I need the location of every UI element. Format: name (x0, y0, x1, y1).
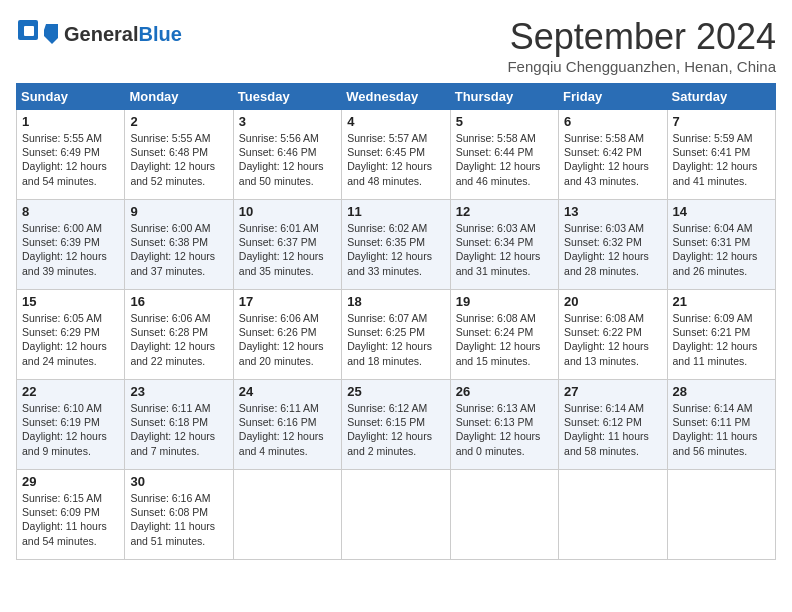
cell-info: Sunrise: 6:03 AMSunset: 6:32 PMDaylight:… (564, 221, 661, 278)
day-number: 25 (347, 384, 444, 399)
cell-info: Sunrise: 6:05 AMSunset: 6:29 PMDaylight:… (22, 311, 119, 368)
calendar-cell (450, 470, 558, 560)
day-number: 12 (456, 204, 553, 219)
day-number: 14 (673, 204, 770, 219)
calendar-cell: 25Sunrise: 6:12 AMSunset: 6:15 PMDayligh… (342, 380, 450, 470)
logo: GeneralBlue (16, 16, 182, 52)
day-number: 22 (22, 384, 119, 399)
calendar-cell: 2Sunrise: 5:55 AMSunset: 6:48 PMDaylight… (125, 110, 233, 200)
cell-info: Sunrise: 6:08 AMSunset: 6:24 PMDaylight:… (456, 311, 553, 368)
day-number: 29 (22, 474, 119, 489)
location: Fengqiu Chengguanzhen, Henan, China (507, 58, 776, 75)
day-number: 7 (673, 114, 770, 129)
week-row-1: 1Sunrise: 5:55 AMSunset: 6:49 PMDaylight… (17, 110, 776, 200)
cell-info: Sunrise: 6:11 AMSunset: 6:18 PMDaylight:… (130, 401, 227, 458)
week-row-4: 22Sunrise: 6:10 AMSunset: 6:19 PMDayligh… (17, 380, 776, 470)
cell-info: Sunrise: 6:13 AMSunset: 6:13 PMDaylight:… (456, 401, 553, 458)
cell-info: Sunrise: 6:14 AMSunset: 6:11 PMDaylight:… (673, 401, 770, 458)
week-row-2: 8Sunrise: 6:00 AMSunset: 6:39 PMDaylight… (17, 200, 776, 290)
cell-info: Sunrise: 6:03 AMSunset: 6:34 PMDaylight:… (456, 221, 553, 278)
calendar-cell: 6Sunrise: 5:58 AMSunset: 6:42 PMDaylight… (559, 110, 667, 200)
calendar-cell: 5Sunrise: 5:58 AMSunset: 6:44 PMDaylight… (450, 110, 558, 200)
day-number: 15 (22, 294, 119, 309)
cell-info: Sunrise: 6:10 AMSunset: 6:19 PMDaylight:… (22, 401, 119, 458)
calendar-cell: 20Sunrise: 6:08 AMSunset: 6:22 PMDayligh… (559, 290, 667, 380)
calendar-cell: 13Sunrise: 6:03 AMSunset: 6:32 PMDayligh… (559, 200, 667, 290)
col-header-thursday: Thursday (450, 84, 558, 110)
calendar-cell: 28Sunrise: 6:14 AMSunset: 6:11 PMDayligh… (667, 380, 775, 470)
week-row-3: 15Sunrise: 6:05 AMSunset: 6:29 PMDayligh… (17, 290, 776, 380)
calendar-cell: 26Sunrise: 6:13 AMSunset: 6:13 PMDayligh… (450, 380, 558, 470)
cell-info: Sunrise: 5:58 AMSunset: 6:42 PMDaylight:… (564, 131, 661, 188)
header-row: SundayMondayTuesdayWednesdayThursdayFrid… (17, 84, 776, 110)
cell-info: Sunrise: 5:55 AMSunset: 6:49 PMDaylight:… (22, 131, 119, 188)
calendar-cell (233, 470, 341, 560)
cell-info: Sunrise: 6:08 AMSunset: 6:22 PMDaylight:… (564, 311, 661, 368)
col-header-saturday: Saturday (667, 84, 775, 110)
cell-info: Sunrise: 6:06 AMSunset: 6:28 PMDaylight:… (130, 311, 227, 368)
calendar-cell: 29Sunrise: 6:15 AMSunset: 6:09 PMDayligh… (17, 470, 125, 560)
day-number: 30 (130, 474, 227, 489)
calendar-cell: 16Sunrise: 6:06 AMSunset: 6:28 PMDayligh… (125, 290, 233, 380)
day-number: 20 (564, 294, 661, 309)
calendar-cell: 18Sunrise: 6:07 AMSunset: 6:25 PMDayligh… (342, 290, 450, 380)
logo-general: General (64, 23, 138, 45)
day-number: 28 (673, 384, 770, 399)
calendar-cell: 3Sunrise: 5:56 AMSunset: 6:46 PMDaylight… (233, 110, 341, 200)
day-number: 9 (130, 204, 227, 219)
calendar-table: SundayMondayTuesdayWednesdayThursdayFrid… (16, 83, 776, 560)
calendar-cell: 10Sunrise: 6:01 AMSunset: 6:37 PMDayligh… (233, 200, 341, 290)
calendar-cell: 11Sunrise: 6:02 AMSunset: 6:35 PMDayligh… (342, 200, 450, 290)
cell-info: Sunrise: 6:02 AMSunset: 6:35 PMDaylight:… (347, 221, 444, 278)
cell-info: Sunrise: 5:59 AMSunset: 6:41 PMDaylight:… (673, 131, 770, 188)
col-header-tuesday: Tuesday (233, 84, 341, 110)
cell-info: Sunrise: 6:16 AMSunset: 6:08 PMDaylight:… (130, 491, 227, 548)
svg-marker-3 (44, 24, 58, 44)
calendar-cell: 21Sunrise: 6:09 AMSunset: 6:21 PMDayligh… (667, 290, 775, 380)
title-block: September 2024 Fengqiu Chengguanzhen, He… (507, 16, 776, 75)
calendar-cell: 30Sunrise: 6:16 AMSunset: 6:08 PMDayligh… (125, 470, 233, 560)
calendar-cell: 12Sunrise: 6:03 AMSunset: 6:34 PMDayligh… (450, 200, 558, 290)
day-number: 11 (347, 204, 444, 219)
calendar-cell: 9Sunrise: 6:00 AMSunset: 6:38 PMDaylight… (125, 200, 233, 290)
day-number: 18 (347, 294, 444, 309)
month-title: September 2024 (507, 16, 776, 58)
day-number: 13 (564, 204, 661, 219)
day-number: 3 (239, 114, 336, 129)
calendar-cell: 8Sunrise: 6:00 AMSunset: 6:39 PMDaylight… (17, 200, 125, 290)
day-number: 21 (673, 294, 770, 309)
cell-info: Sunrise: 5:57 AMSunset: 6:45 PMDaylight:… (347, 131, 444, 188)
cell-info: Sunrise: 6:00 AMSunset: 6:39 PMDaylight:… (22, 221, 119, 278)
calendar-cell: 1Sunrise: 5:55 AMSunset: 6:49 PMDaylight… (17, 110, 125, 200)
day-number: 4 (347, 114, 444, 129)
cell-info: Sunrise: 5:56 AMSunset: 6:46 PMDaylight:… (239, 131, 336, 188)
day-number: 23 (130, 384, 227, 399)
col-header-sunday: Sunday (17, 84, 125, 110)
calendar-cell: 4Sunrise: 5:57 AMSunset: 6:45 PMDaylight… (342, 110, 450, 200)
day-number: 16 (130, 294, 227, 309)
calendar-cell: 19Sunrise: 6:08 AMSunset: 6:24 PMDayligh… (450, 290, 558, 380)
cell-info: Sunrise: 6:14 AMSunset: 6:12 PMDaylight:… (564, 401, 661, 458)
calendar-cell: 14Sunrise: 6:04 AMSunset: 6:31 PMDayligh… (667, 200, 775, 290)
day-number: 17 (239, 294, 336, 309)
col-header-monday: Monday (125, 84, 233, 110)
cell-info: Sunrise: 6:01 AMSunset: 6:37 PMDaylight:… (239, 221, 336, 278)
calendar-cell: 17Sunrise: 6:06 AMSunset: 6:26 PMDayligh… (233, 290, 341, 380)
cell-info: Sunrise: 5:58 AMSunset: 6:44 PMDaylight:… (456, 131, 553, 188)
cell-info: Sunrise: 6:15 AMSunset: 6:09 PMDaylight:… (22, 491, 119, 548)
col-header-wednesday: Wednesday (342, 84, 450, 110)
day-number: 1 (22, 114, 119, 129)
cell-info: Sunrise: 6:11 AMSunset: 6:16 PMDaylight:… (239, 401, 336, 458)
calendar-cell: 7Sunrise: 5:59 AMSunset: 6:41 PMDaylight… (667, 110, 775, 200)
day-number: 5 (456, 114, 553, 129)
cell-info: Sunrise: 6:06 AMSunset: 6:26 PMDaylight:… (239, 311, 336, 368)
col-header-friday: Friday (559, 84, 667, 110)
calendar-cell: 22Sunrise: 6:10 AMSunset: 6:19 PMDayligh… (17, 380, 125, 470)
cell-info: Sunrise: 6:00 AMSunset: 6:38 PMDaylight:… (130, 221, 227, 278)
calendar-cell: 15Sunrise: 6:05 AMSunset: 6:29 PMDayligh… (17, 290, 125, 380)
day-number: 26 (456, 384, 553, 399)
day-number: 19 (456, 294, 553, 309)
day-number: 24 (239, 384, 336, 399)
day-number: 6 (564, 114, 661, 129)
svg-rect-1 (24, 26, 34, 36)
